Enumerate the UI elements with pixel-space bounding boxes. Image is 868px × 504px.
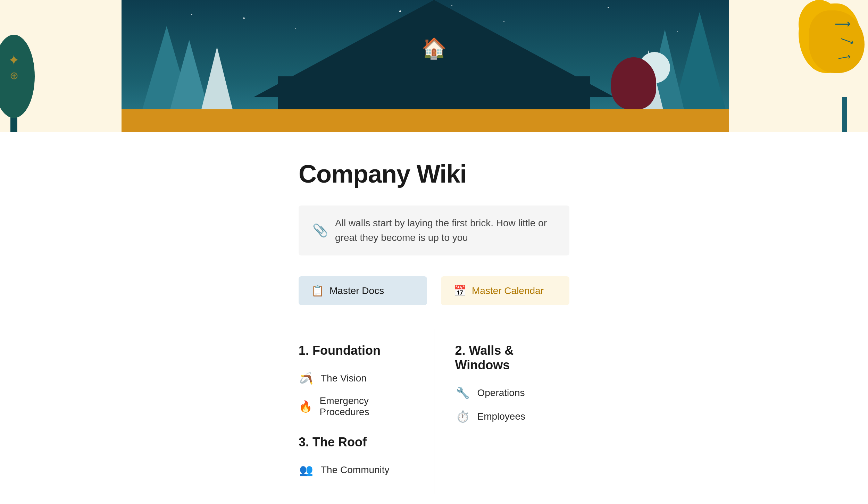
- emergency-procedures-item[interactable]: 🔥 Emergency Procedures: [299, 395, 413, 418]
- quote-icon: 📎: [312, 223, 328, 238]
- the-roof-heading: 3. The Roof: [299, 435, 413, 450]
- operations-icon: 🔧: [455, 386, 470, 400]
- master-calendar-link[interactable]: 📅 Master Calendar: [441, 276, 569, 305]
- quote-text: All walls start by laying the first bric…: [335, 216, 556, 245]
- quote-callout: 📎 All walls start by laying the first br…: [299, 205, 569, 255]
- master-docs-icon: 📋: [311, 285, 324, 297]
- emergency-icon: 🔥: [299, 400, 312, 413]
- the-vision-icon: 🪃: [299, 372, 314, 385]
- content-area: Company Wiki 📎 All walls start by laying…: [184, 132, 684, 504]
- foundation-items: 🪃 The Vision 🔥 Emergency Procedures: [299, 372, 413, 418]
- small-house-icon: 🏠: [422, 36, 446, 60]
- community-label: The Community: [321, 464, 390, 476]
- right-column: 2. Walls & Windows 🔧 Operations ⏱️ Emplo…: [455, 329, 570, 494]
- star: [191, 14, 192, 15]
- column-divider: [434, 329, 434, 494]
- quick-links: 📋 Master Docs 📅 Master Calendar: [299, 276, 569, 305]
- the-roof-items: 👥 The Community: [299, 463, 413, 477]
- maroon-bush: [611, 57, 656, 109]
- the-vision-item[interactable]: 🪃 The Vision: [299, 372, 413, 385]
- operations-label: Operations: [477, 387, 525, 398]
- tree-white-left: [201, 47, 233, 109]
- operations-item[interactable]: 🔧 Operations: [455, 386, 570, 400]
- the-community-item[interactable]: 👥 The Community: [299, 463, 413, 477]
- left-tree-canopy: ✦ ⊕: [0, 35, 35, 118]
- sections-grid: 1. Foundation 🪃 The Vision 🔥 Emergency P…: [299, 329, 569, 494]
- hero-night-bg: 🏠: [122, 0, 746, 132]
- emergency-label: Emergency Procedures: [319, 395, 413, 418]
- tree-branch-1: ⟶: [835, 17, 851, 31]
- master-calendar-label: Master Calendar: [472, 285, 544, 296]
- employees-icon: ⏱️: [455, 410, 470, 423]
- yellow-tree-canopy-container: ⟶ ⟶ ⟶: [764, 0, 868, 118]
- star: [243, 17, 245, 19]
- left-column: 1. Foundation 🪃 The Vision 🔥 Emergency P…: [299, 329, 413, 494]
- foundation-heading: 1. Foundation: [299, 343, 413, 358]
- walls-windows-heading: 2. Walls & Windows: [455, 343, 570, 372]
- left-cream: ✦ ⊕: [0, 0, 122, 132]
- the-vision-label: The Vision: [321, 373, 367, 384]
- hero-banner: 🏠 ✦ ⊕: [0, 0, 868, 132]
- walls-windows-items: 🔧 Operations ⏱️ Employees: [455, 386, 570, 423]
- master-calendar-icon: 📅: [453, 285, 466, 297]
- tree-branch-3: ⟶: [837, 51, 852, 64]
- left-tree-decoration-2: ⊕: [10, 69, 18, 82]
- ground-strip: [122, 109, 746, 132]
- employees-label: Employees: [477, 411, 526, 422]
- left-tree-decoration: ✦: [8, 52, 20, 68]
- community-icon: 👥: [299, 463, 314, 477]
- master-docs-link[interactable]: 📋 Master Docs: [299, 276, 427, 305]
- right-cream: ⟶ ⟶ ⟶: [729, 0, 868, 132]
- employees-item[interactable]: ⏱️ Employees: [455, 410, 570, 423]
- master-docs-label: Master Docs: [329, 285, 384, 296]
- page-title: Company Wiki: [299, 160, 569, 188]
